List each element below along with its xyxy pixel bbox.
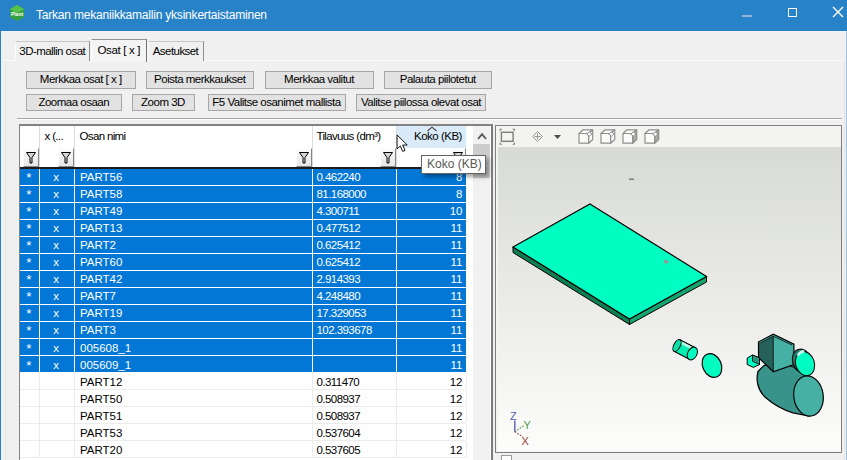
- svg-text:X: X: [522, 435, 530, 447]
- svg-text:Plant: Plant: [11, 11, 24, 17]
- svg-text:Z: Z: [510, 410, 517, 422]
- svg-text:Y: Y: [524, 419, 532, 431]
